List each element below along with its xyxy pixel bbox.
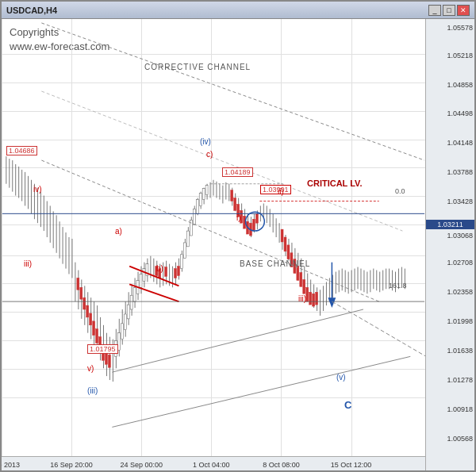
time-label-5: 15 Oct 12:00 <box>331 461 372 469</box>
svg-rect-171 <box>252 219 255 230</box>
svg-line-199 <box>332 301 425 356</box>
price-box-1.04686: 1.04686 <box>6 146 37 155</box>
wave-ii-label: ii) <box>278 187 284 196</box>
price-box-1.04189: 1.04189 <box>222 167 253 177</box>
title-bar: USDCAD,H4 _ □ ✕ <box>2 2 474 19</box>
price-box-1.01795: 1.01795 <box>87 344 118 354</box>
price-1.02708: 1.02708 <box>447 259 473 267</box>
svg-rect-132 <box>90 313 92 325</box>
wave-v-label: v) <box>87 364 94 373</box>
wave-i-label: i) <box>236 213 241 222</box>
price-low: 1.00568 <box>447 435 473 443</box>
svg-rect-162 <box>202 189 205 200</box>
svg-line-188 <box>112 309 363 372</box>
corrective-channel-label: CORRECTIVE CHANNEL <box>144 63 251 71</box>
price-1.00918: 1.00918 <box>447 405 473 413</box>
svg-rect-141 <box>121 324 123 340</box>
time-label-2: 24 Sep 00:00 <box>120 461 163 469</box>
price-1.04148: 1.04148 <box>447 139 473 147</box>
svg-rect-180 <box>303 279 305 294</box>
svg-rect-147 <box>140 274 142 287</box>
wave-iii-right-label: iii) <box>298 294 306 303</box>
svg-rect-130 <box>83 297 86 309</box>
svg-rect-175 <box>287 245 290 259</box>
svg-rect-134 <box>96 329 98 343</box>
svg-rect-161 <box>199 194 202 206</box>
svg-rect-152 <box>165 267 167 277</box>
fib-0-label: 0.0 <box>395 187 405 195</box>
svg-rect-156 <box>183 243 186 259</box>
price-1.05578: 1.05578 <box>447 24 473 32</box>
svg-rect-148 <box>143 269 145 282</box>
svg-line-187 <box>41 91 402 231</box>
wave-iii-blue-label: (iii) <box>87 386 98 395</box>
svg-rect-172 <box>255 213 258 223</box>
fib-161-label: 161.8 <box>389 282 407 290</box>
svg-rect-164 <box>231 190 233 201</box>
wave-c-label: c) <box>206 150 213 159</box>
price-1.03068: 1.03068 <box>447 232 473 240</box>
price-1.01638: 1.01638 <box>447 347 473 355</box>
svg-rect-128 <box>77 278 79 290</box>
price-axis: 1.05578 1.05218 1.04858 1.04498 1.04148 … <box>425 19 474 470</box>
svg-rect-144 <box>130 295 132 309</box>
svg-rect-183 <box>313 294 315 306</box>
svg-rect-163 <box>205 186 208 195</box>
svg-rect-174 <box>284 237 286 251</box>
price-1.05218: 1.05218 <box>447 52 473 59</box>
maximize-button[interactable]: □ <box>443 5 455 16</box>
price-1.01998: 1.01998 <box>447 317 473 325</box>
price-1.04858: 1.04858 <box>447 81 473 89</box>
chart-area: Copyrights www.ew-forecast.com 1.05578 1… <box>2 19 474 470</box>
minimize-button[interactable]: _ <box>428 5 441 16</box>
svg-rect-157 <box>186 231 189 247</box>
svg-rect-159 <box>193 209 195 224</box>
chart-window: USDCAD,H4 _ □ ✕ Copyrights www.ew-foreca… <box>0 0 476 472</box>
price-1.03788: 1.03788 <box>447 168 473 176</box>
chart-svg <box>2 19 425 456</box>
price-1.01278: 1.01278 <box>447 376 473 384</box>
svg-rect-142 <box>124 314 126 330</box>
svg-rect-153 <box>175 269 177 278</box>
svg-rect-181 <box>306 287 309 301</box>
price-box-1.03901: 1.03901 <box>260 185 291 194</box>
svg-rect-133 <box>93 321 95 336</box>
svg-rect-143 <box>127 305 129 319</box>
base-channel-label: BASE CHANNEL <box>240 259 310 268</box>
wave-iv-label: iv) <box>33 185 42 194</box>
price-current: 1.03211 <box>426 220 474 229</box>
svg-line-185 <box>41 23 424 160</box>
svg-rect-165 <box>234 198 236 211</box>
wave-iii-left-label: iii) <box>24 259 32 268</box>
svg-rect-179 <box>300 273 302 287</box>
time-label-3: 1 Oct 04:00 <box>193 461 230 469</box>
price-1.04498: 1.04498 <box>447 109 473 117</box>
svg-rect-178 <box>297 267 299 281</box>
time-label-4: 8 Oct 08:00 <box>263 461 300 469</box>
svg-rect-145 <box>133 287 136 301</box>
svg-rect-140 <box>117 333 120 351</box>
close-button[interactable]: ✕ <box>457 5 470 16</box>
wave-v-blue-label: (v) <box>336 373 346 382</box>
time-label-1: 16 Sep 20:00 <box>50 461 93 469</box>
wave-C-label: C <box>344 399 351 411</box>
window-title: USDCAD,H4 <box>6 6 57 15</box>
svg-rect-131 <box>86 305 89 317</box>
wave-b-label: b) <box>156 264 163 273</box>
chart-inner: 1.04686 1.04189 1.03901 1.01795 CORRECTI… <box>2 19 425 456</box>
svg-rect-129 <box>80 287 83 299</box>
time-axis: 9 Sep 2013 16 Sep 20:00 24 Sep 00:00 1 O… <box>2 456 425 470</box>
svg-line-189 <box>112 356 410 427</box>
wave-a-label: a) <box>115 227 122 236</box>
wave-iv-blue-label: (iv) <box>200 137 211 146</box>
svg-rect-160 <box>196 200 198 214</box>
svg-rect-182 <box>309 292 312 305</box>
svg-rect-138 <box>108 355 110 367</box>
critical-lv-label: CRITICAL LV. <box>307 178 362 188</box>
svg-rect-155 <box>180 255 182 269</box>
svg-rect-184 <box>316 292 318 305</box>
svg-rect-154 <box>177 267 179 276</box>
svg-rect-173 <box>281 229 283 242</box>
time-label-0: 9 Sep 2013 <box>2 461 20 469</box>
window-controls[interactable]: _ □ ✕ <box>428 5 470 16</box>
